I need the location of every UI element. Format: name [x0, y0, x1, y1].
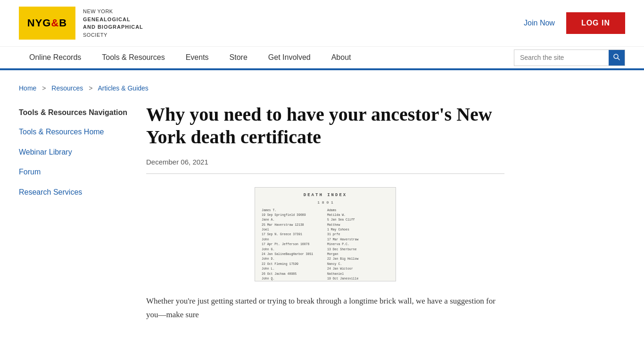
- login-button[interactable]: LOG IN: [566, 12, 625, 34]
- search-button[interactable]: [609, 50, 625, 66]
- article-body-text: Whether you're just getting started or t…: [146, 295, 504, 322]
- sidebar-item-tools-home[interactable]: Tools & Resources Home: [19, 127, 127, 137]
- main-layout: Tools & Resources Navigation Tools & Res…: [19, 103, 625, 322]
- sidebar-item-research-services[interactable]: Research Services: [19, 188, 127, 197]
- main-navigation: Online Records Tools & Resources Events …: [0, 47, 644, 70]
- sidebar-title: Tools & Resources Navigation: [19, 108, 127, 118]
- search-icon: [613, 54, 620, 60]
- nav-tools-resources[interactable]: Tools & Resources: [91, 47, 175, 68]
- doc-title: DEATH INDEX: [262, 192, 389, 199]
- breadcrumb-sep-2: >: [89, 84, 92, 92]
- nav-events[interactable]: Events: [175, 47, 219, 68]
- org-name: NEW YORK GENEALOGICAL AND BIOGRAPHICAL S…: [83, 8, 143, 39]
- svg-line-1: [618, 58, 619, 60]
- article: Why you need to have your ancestor's New…: [146, 103, 504, 322]
- breadcrumb-articles[interactable]: Articles & Guides: [98, 84, 148, 92]
- search-input[interactable]: [514, 50, 609, 65]
- logo-area: NYG&B NEW YORK GENEALOGICAL AND BIOGRAPH…: [19, 7, 143, 40]
- article-title: Why you need to have your ancestor's New…: [146, 103, 504, 148]
- sidebar-item-webinar-library[interactable]: Webinar Library: [19, 148, 127, 157]
- breadcrumb-resources[interactable]: Resources: [51, 84, 83, 92]
- doc-col-right: Adams Matilda W.5 Jan Sea Cliff Matthew1…: [327, 208, 389, 282]
- breadcrumb-sep-1: >: [42, 84, 46, 92]
- nav-get-involved[interactable]: Get Involved: [258, 47, 321, 68]
- breadcrumb: Home > Resources > Articles & Guides: [19, 84, 625, 92]
- nav-store[interactable]: Store: [219, 47, 258, 68]
- logo-text: NYG&B: [27, 17, 67, 29]
- article-body: Whether you're just getting started or t…: [146, 295, 504, 322]
- breadcrumb-home[interactable]: Home: [19, 84, 36, 92]
- sidebar-item-forum[interactable]: Forum: [19, 167, 127, 177]
- article-date: December 06, 2021: [146, 158, 504, 166]
- sidebar: Tools & Resources Navigation Tools & Res…: [19, 103, 127, 322]
- search-box: [514, 49, 625, 66]
- site-header: NYG&B NEW YORK GENEALOGICAL AND BIOGRAPH…: [0, 0, 644, 47]
- death-index-document: DEATH INDEX 1 8 0 1 James T.19 Sep Sprin…: [255, 188, 396, 281]
- doc-columns: James T.19 Sep Springfield 39089 Jane A.…: [262, 208, 389, 282]
- death-index-image: DEATH INDEX 1 8 0 1 James T.19 Sep Sprin…: [255, 187, 396, 281]
- article-divider: [146, 173, 504, 174]
- join-now-link[interactable]: Join Now: [524, 19, 555, 27]
- doc-col-left: James T.19 Sep Springfield 39089 Jane A.…: [262, 208, 323, 282]
- content-wrapper: Home > Resources > Articles & Guides Too…: [0, 70, 644, 336]
- site-logo[interactable]: NYG&B: [19, 7, 75, 40]
- nav-online-records[interactable]: Online Records: [19, 47, 91, 68]
- header-actions: Join Now LOG IN: [524, 12, 625, 34]
- nav-about[interactable]: About: [321, 47, 362, 68]
- doc-year: 1 8 0 1: [262, 200, 389, 206]
- article-image-container: DEATH INDEX 1 8 0 1 James T.19 Sep Sprin…: [146, 187, 504, 281]
- nav-items: Online Records Tools & Resources Events …: [19, 47, 514, 68]
